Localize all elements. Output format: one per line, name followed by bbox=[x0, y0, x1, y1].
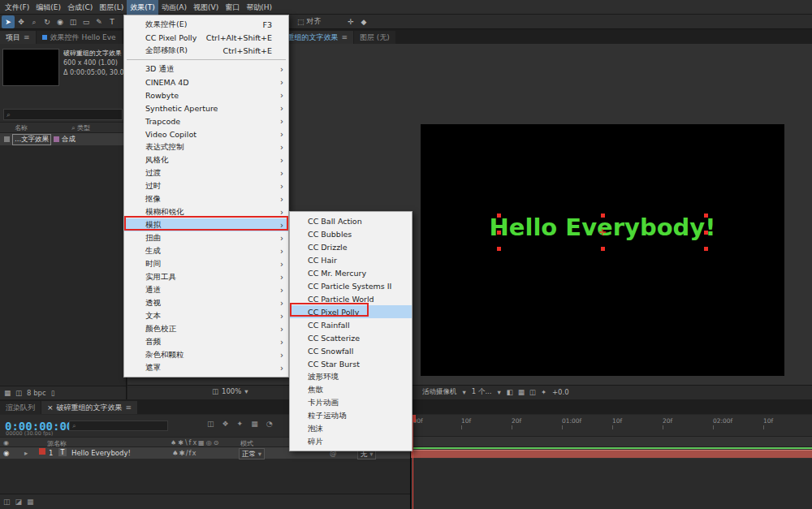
effects-menu-item[interactable]: 表达式控制 › bbox=[124, 140, 288, 153]
anchor-point-icon[interactable]: ✛ bbox=[598, 227, 606, 238]
menu-edit[interactable]: 编辑(E) bbox=[32, 0, 64, 15]
menu-effect[interactable]: 效果(T) bbox=[127, 0, 158, 15]
simulation-submenu-item[interactable]: CC Particle Systems II bbox=[290, 279, 412, 292]
trash-icon[interactable]: ▯ bbox=[51, 389, 55, 397]
simulation-submenu-item[interactable]: 泡沫 bbox=[290, 422, 412, 435]
fast-previews-icon[interactable]: ✦ bbox=[541, 388, 546, 396]
layer-name[interactable]: Hello Everybody! bbox=[71, 448, 131, 458]
comp-mini-flowchart-icon[interactable]: ◫ bbox=[207, 420, 214, 428]
simulation-submenu-item[interactable]: 波形环境 bbox=[290, 370, 412, 383]
menu-layer[interactable]: 图层(L) bbox=[96, 0, 127, 15]
bit-depth-button[interactable]: 8 bpc bbox=[27, 389, 46, 397]
simulation-submenu-item[interactable]: 焦散 bbox=[290, 383, 412, 396]
simulation-submenu-item[interactable]: CC Rainfall bbox=[290, 318, 412, 331]
selection-handle[interactable] bbox=[497, 231, 501, 235]
effects-menu-item[interactable]: 遮罩 › bbox=[124, 361, 288, 374]
menu-composition[interactable]: 合成(C) bbox=[64, 0, 96, 15]
camera-tool-icon[interactable]: ◉ bbox=[54, 15, 67, 28]
simulation-submenu-item[interactable]: CC Drizzle bbox=[290, 240, 412, 253]
effects-menu-item[interactable]: 3D 通道 › bbox=[124, 63, 288, 75]
menu-help[interactable]: 帮助(H) bbox=[243, 0, 275, 15]
zoom-control[interactable]: ◫ 100% ▾ bbox=[212, 387, 248, 395]
selection-tool-icon[interactable]: ➤ bbox=[2, 15, 15, 28]
expand-layer-switches-icon[interactable]: ◫ bbox=[3, 498, 11, 506]
layer-duration-bar[interactable] bbox=[411, 450, 812, 458]
interpret-footage-icon[interactable]: ▦ bbox=[4, 389, 11, 397]
mini-flowchart-icon[interactable]: ◫ bbox=[529, 388, 536, 396]
submenu-item-cc-pixel-polly[interactable]: CC Pixel Polly bbox=[290, 305, 412, 318]
simulation-submenu-item[interactable]: CC Star Burst bbox=[290, 357, 412, 370]
grid-guides-icon[interactable]: ▦ bbox=[518, 388, 525, 396]
menu-item-simulation[interactable]: 模拟 › bbox=[124, 218, 288, 231]
simulation-submenu-item[interactable]: CC Ball Action bbox=[290, 214, 412, 227]
align-panel-toggle[interactable]: ⬚ 对齐 bbox=[297, 16, 322, 27]
layer-switches[interactable]: ♠✱/fx bbox=[172, 448, 197, 458]
tab-effect-controls[interactable]: 效果控件 Hello Eve bbox=[37, 31, 122, 44]
effects-menu-item[interactable]: 扭曲 › bbox=[124, 231, 288, 244]
selection-handle[interactable] bbox=[601, 214, 605, 218]
effects-menu-item[interactable]: 通道 › bbox=[124, 283, 288, 296]
current-time-indicator[interactable] bbox=[412, 415, 413, 509]
shape-tool-icon[interactable]: ▭ bbox=[80, 15, 93, 28]
tab-render-queue[interactable]: 渲染队列 bbox=[0, 401, 41, 414]
simulation-submenu-item[interactable]: CC Scatterize bbox=[290, 331, 412, 344]
effects-menu-item[interactable]: 过渡 › bbox=[124, 166, 288, 179]
project-item-row[interactable]: ...文字效果 合成 bbox=[0, 133, 126, 145]
exposure-value[interactable]: +0.0 bbox=[552, 388, 569, 396]
effects-menu-item[interactable]: 文本 › bbox=[124, 309, 288, 322]
effects-menu-item[interactable]: 时间 › bbox=[124, 257, 288, 270]
effects-menu-item[interactable]: 全部移除(R) Ctrl+Shift+E bbox=[124, 44, 288, 57]
simulation-submenu-item[interactable]: 粒子运动场 bbox=[290, 409, 412, 422]
hand-tool-icon[interactable]: ✥ bbox=[15, 15, 28, 28]
effects-menu-item[interactable]: 过时 › bbox=[124, 179, 288, 192]
effects-menu-item[interactable]: 效果控件(E) F3 bbox=[124, 18, 288, 31]
menu-view[interactable]: 视图(V) bbox=[190, 0, 222, 15]
pan-behind-tool-icon[interactable]: ◫ bbox=[67, 15, 80, 28]
selection-handle[interactable] bbox=[601, 247, 605, 251]
region-of-interest-icon[interactable]: ◧ bbox=[507, 388, 513, 396]
motion-blur-icon[interactable]: ◔ bbox=[266, 420, 273, 428]
workspace-icon[interactable]: ◆ bbox=[357, 15, 370, 28]
tab-timeline-comp[interactable]: × 破碎重组的文字效果 ≡ bbox=[41, 401, 137, 414]
simulation-submenu-item[interactable]: CC Snowfall bbox=[290, 344, 412, 357]
view-layout-select[interactable]: 1 个... bbox=[472, 387, 492, 397]
frame-blending-icon[interactable]: ▦ bbox=[251, 420, 258, 428]
simulation-submenu-item[interactable]: 卡片动画 bbox=[290, 396, 412, 409]
hide-shy-layers-icon[interactable]: ✦ bbox=[237, 420, 244, 428]
panel-menu-icon[interactable]: ≡ bbox=[24, 31, 30, 44]
menu-animation[interactable]: 动画(A) bbox=[158, 0, 190, 15]
simulation-submenu-item[interactable]: CC Bubbles bbox=[290, 227, 412, 240]
simulation-submenu-item[interactable]: CC Mr. Mercury bbox=[290, 266, 412, 279]
menu-file[interactable]: 文件(F) bbox=[2, 0, 32, 15]
project-search-input[interactable]: ⌕ bbox=[3, 109, 123, 120]
simulation-submenu-item[interactable]: CC Particle World bbox=[290, 292, 412, 305]
effects-menu-item[interactable]: 抠像 › bbox=[124, 192, 288, 205]
item-name[interactable]: ...文字效果 bbox=[12, 134, 51, 145]
draft-3d-icon[interactable]: ❖ bbox=[222, 420, 229, 428]
column-type[interactable]: ⌕ 类型 bbox=[71, 123, 90, 132]
effects-menu-item[interactable]: 透视 › bbox=[124, 296, 288, 309]
tab-layer-panel[interactable]: 图层 (无) bbox=[354, 31, 395, 44]
time-ruler[interactable]: :00f 10f 20f 01:00f 10f bbox=[411, 415, 812, 437]
expand-arrow-icon[interactable]: ▸ bbox=[24, 448, 28, 458]
eye-icon[interactable]: ◉ bbox=[3, 448, 9, 458]
tab-project[interactable]: 项目 ≡ bbox=[0, 31, 36, 44]
selection-handle[interactable] bbox=[497, 214, 501, 218]
selection-handle[interactable] bbox=[497, 247, 501, 251]
new-folder-icon[interactable]: ◫ bbox=[15, 389, 22, 397]
timeline-search-input[interactable]: ⌕ bbox=[69, 421, 168, 431]
zoom-tool-icon[interactable]: ⌕ bbox=[28, 15, 41, 28]
pen-tool-icon[interactable]: ✎ bbox=[93, 15, 106, 28]
effects-menu-item[interactable]: Rowbyte › bbox=[124, 88, 288, 101]
effects-menu-item[interactable]: Video Copilot › bbox=[124, 127, 288, 140]
panel-menu-icon[interactable]: ≡ bbox=[341, 31, 348, 44]
effects-menu-item[interactable]: Synthetic Aperture › bbox=[124, 101, 288, 114]
selection-handle[interactable] bbox=[704, 247, 708, 251]
simulation-submenu-item[interactable]: CC Hair bbox=[290, 253, 412, 266]
selection-handle[interactable] bbox=[704, 231, 708, 235]
rotation-tool-icon[interactable]: ↻ bbox=[41, 15, 54, 28]
effects-menu-item[interactable]: 音频 › bbox=[124, 335, 288, 348]
blend-mode-select[interactable]: 正常 ▾ bbox=[239, 448, 265, 459]
comp-thumbnail[interactable] bbox=[2, 49, 59, 86]
effects-menu-item[interactable]: CINEMA 4D › bbox=[124, 75, 288, 88]
